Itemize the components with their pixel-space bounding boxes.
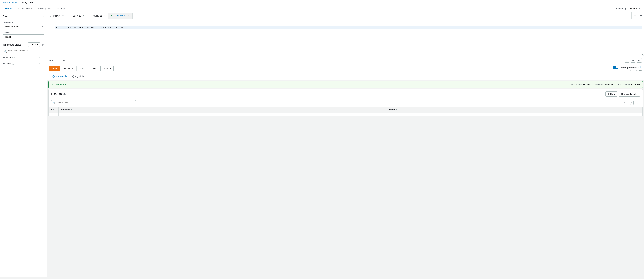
query-tab-10-close[interactable]: ✕	[82, 15, 85, 17]
status-sql-label: SQL	[50, 59, 54, 62]
query-tab-11-close[interactable]: ✕	[103, 15, 106, 17]
status-completed: ✔ Completed	[52, 83, 66, 86]
row-1-metadata	[58, 113, 387, 116]
reuse-toggle[interactable]	[612, 66, 618, 69]
cancel-button: Cancel	[76, 66, 88, 71]
collapse-sidebar-button[interactable]: ‹	[42, 15, 44, 18]
tab-query-stats[interactable]: Query stats	[70, 73, 86, 80]
add-query-tab-button[interactable]: +	[632, 12, 638, 19]
query-tab-13-dots[interactable]: ⋮	[114, 14, 116, 17]
filter-input-wrapper: 🔍	[0, 48, 47, 54]
row-1-cloud	[387, 113, 642, 116]
data-source-section: Data source AwsDataCatalog ▼	[0, 20, 47, 30]
query-tabs-dropdown-button[interactable]: ▾	[638, 12, 644, 19]
create-table-button[interactable]: Create ▾	[28, 42, 40, 47]
query-tab-11-dots[interactable]: ⋮	[90, 14, 92, 17]
status-position: Ln 1, Col 46	[55, 59, 66, 62]
tables-views-header: Tables and views Create ▾ ⚙	[0, 40, 47, 48]
views-tree-item[interactable]: ▶ Views(0) ‹ 1 ›	[2, 61, 44, 66]
query-tab-13-close[interactable]: ✕	[128, 14, 130, 17]
tables-tree-item[interactable]: ▶ Tables(0) ‹ 1 ›	[2, 55, 44, 60]
filter-search-icon: 🔍	[4, 50, 7, 52]
search-rows-wrapper: 🔍 ‹ 1 › ⚙	[49, 99, 642, 107]
create-btn-label: Create	[30, 44, 36, 46]
results-header: Results (3) ⧉ Copy Download results	[49, 90, 642, 99]
editor-settings-button[interactable]: ⚙	[637, 58, 642, 62]
query-tab-9[interactable]: ⋮ Query 9 ✕	[47, 13, 67, 19]
data-source-select[interactable]: AwsDataCatalog	[2, 24, 44, 29]
resize-handle[interactable]: ⤡	[642, 54, 644, 56]
copy-icon: ⧉	[608, 93, 609, 95]
code-content[interactable]: SELECT * FROM "v3-security-lake"."sl-rou…	[53, 19, 644, 36]
filter-metadata-icon[interactable]: ▼	[71, 109, 72, 111]
tab-editor[interactable]: Editor	[2, 5, 14, 12]
tab-query-results[interactable]: Query results	[50, 73, 70, 80]
format-button[interactable]: ≡	[625, 58, 629, 62]
results-table: # ▼ metadata ▼	[49, 107, 642, 116]
prev-page-button[interactable]: ‹	[622, 101, 626, 105]
explain-button[interactable]: Explain ↗	[61, 66, 75, 71]
tables-next-btn[interactable]: ›	[42, 56, 44, 59]
table-settings-button[interactable]: ⚙	[635, 101, 640, 105]
results-header-actions: ⧉ Copy Download results	[606, 91, 640, 96]
status-check-icon: ✔	[52, 83, 54, 86]
views-section: ▶ Views(0) ‹ 1 ›	[0, 60, 47, 66]
clear-button[interactable]: Clear	[89, 66, 99, 71]
query-tab-9-label: Query 9	[53, 15, 60, 17]
query-tabs: ⋮ Query 9 ✕ ⋮ Query 10 ✕ ⋮ Query 11 ✕ ✔ …	[47, 12, 644, 19]
search-rows-input[interactable]	[51, 100, 136, 105]
refresh-button[interactable]: ↻	[38, 15, 41, 18]
tab-recent-queries[interactable]: Recent queries	[14, 5, 35, 12]
tab-saved-queries[interactable]: Saved queries	[35, 5, 55, 12]
sidebar: Data ↻ ‹ Data source AwsDataCatalog ▼ Da…	[0, 12, 47, 277]
tables-page: 1	[41, 56, 42, 58]
filter-cloud-icon[interactable]: ▼	[396, 109, 397, 111]
results-area: Query results Query stats ✔ Completed Ti…	[47, 73, 644, 277]
edit-reuse-icon[interactable]: ✎	[640, 66, 642, 68]
word-wrap-button[interactable]: ⇔	[630, 58, 636, 62]
database-section: Database default ▼	[0, 30, 47, 40]
create-button-action[interactable]: Create ▾	[100, 66, 114, 71]
main-layout: Data ↻ ‹ Data source AwsDataCatalog ▼ Da…	[0, 12, 644, 277]
views-label: Views(0)	[6, 62, 39, 64]
query-tab-13[interactable]: ✔ ⋮ Query 13 ✕	[108, 13, 132, 19]
brand-link[interactable]: Amazon Athena	[2, 2, 18, 4]
tables-prev-btn[interactable]: ‹	[39, 56, 40, 59]
tables-views-title: Tables and views	[2, 44, 21, 46]
reuse-query-area: Reuse query results ✎ up to 60 minutes a…	[612, 66, 642, 71]
views-prev-btn[interactable]: ‹	[39, 62, 40, 64]
database-label: Database	[2, 32, 44, 34]
download-results-button[interactable]: Download results	[619, 92, 640, 96]
col-header-cloud: cloud ▼	[387, 107, 642, 113]
main-tabs-bar: Editor Recent queries Saved queries Sett…	[0, 5, 644, 12]
tab-settings[interactable]: Settings	[55, 5, 68, 12]
sidebar-header: Data ↻ ‹	[0, 12, 47, 20]
tables-settings-button[interactable]: ⚙	[41, 42, 44, 47]
run-button[interactable]: Run	[50, 66, 60, 71]
query-tab-11[interactable]: ⋮ Query 11 ✕	[88, 13, 108, 19]
results-title: Results (3)	[51, 92, 66, 96]
col-header-metadata: metadata ▼	[58, 107, 387, 113]
views-next-btn[interactable]: ›	[42, 62, 44, 64]
copy-button[interactable]: ⧉ Copy	[606, 91, 618, 96]
sort-num-icon[interactable]: ▼	[53, 109, 54, 110]
database-select[interactable]: default	[2, 34, 44, 39]
filter-tables-input[interactable]	[2, 48, 44, 53]
top-nav: Amazon Athena › Query editor	[0, 0, 644, 5]
query-tab-9-close[interactable]: ✕	[62, 15, 64, 17]
editor-status-bar: SQL Ln 1, Col 46 ≡ ⇔ ⚙	[47, 57, 644, 64]
run-time: Run time: 1.483 sec	[594, 84, 613, 86]
views-count: (0)	[12, 62, 14, 64]
col-cloud-label: cloud	[389, 108, 395, 111]
reuse-label: Reuse query results	[620, 66, 639, 68]
col-metadata-label: metadata	[61, 108, 70, 111]
search-rows-icon: 🔍	[53, 102, 56, 104]
query-tab-10-dots[interactable]: ⋮	[69, 14, 71, 17]
workgroup-select[interactable]: primary	[628, 6, 642, 11]
workgroup-area: Workgroup primary ▼	[616, 6, 642, 11]
query-tab-10[interactable]: ⋮ Query 10 ✕	[67, 13, 87, 19]
workgroup-wrapper: primary ▼	[628, 6, 642, 11]
code-line-1[interactable]: SELECT * FROM "v3-security-lake"."sl-rou…	[55, 26, 642, 28]
query-tab-9-dots[interactable]: ⋮	[50, 14, 52, 17]
next-page-button[interactable]: ›	[630, 101, 634, 105]
